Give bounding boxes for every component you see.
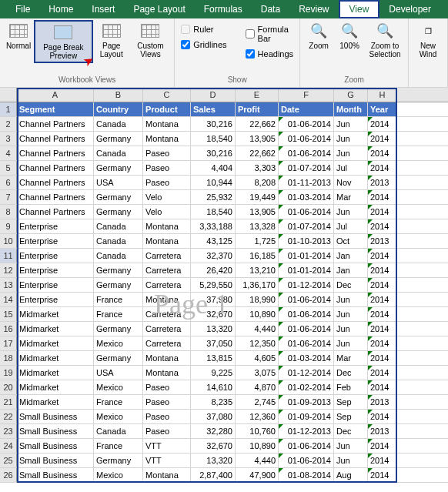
column-header[interactable]: G [334, 88, 368, 102]
tab-formulas[interactable]: Formulas [195, 2, 252, 17]
cell[interactable]: 25,932 [191, 190, 236, 204]
cell[interactable]: 14,610 [191, 380, 236, 394]
cell[interactable]: Jun [334, 293, 368, 306]
cell[interactable]: Carretera [143, 278, 191, 292]
cell[interactable]: 9,225 [191, 366, 236, 380]
cell[interactable]: Midmarket [17, 322, 94, 336]
cell[interactable]: 3,33,188 [191, 219, 236, 233]
page-layout-button[interactable]: Page Layout [93, 20, 130, 60]
cell[interactable]: 2014 [368, 336, 397, 350]
formula-bar-checkbox[interactable]: Formula Bar [242, 23, 296, 45]
row-header[interactable]: 17 [0, 336, 17, 350]
cell[interactable]: 2014 [368, 190, 397, 204]
cell[interactable]: 37,050 [191, 336, 236, 350]
cell[interactable]: 01-08-2014 [279, 468, 334, 482]
cell[interactable]: Mexico [94, 468, 143, 482]
tab-page-layout[interactable]: Page Layout [124, 2, 194, 17]
cell[interactable]: 4,440 [236, 322, 279, 336]
cell[interactable]: Germany [94, 454, 143, 467]
cell[interactable]: Dec [334, 424, 368, 438]
cell[interactable]: Jun [334, 454, 368, 467]
cell[interactable]: Year [368, 102, 397, 116]
cell[interactable]: Jan [334, 249, 368, 263]
tab-data[interactable]: Data [252, 2, 289, 17]
cell[interactable]: Enterprise [17, 219, 94, 233]
row-header[interactable]: 15 [0, 307, 17, 321]
cell[interactable]: 30,216 [191, 117, 236, 131]
cell[interactable]: Enterprise [17, 234, 94, 248]
cell[interactable]: France [94, 439, 143, 453]
cell[interactable]: 2014 [368, 322, 397, 336]
cell[interactable]: 37,080 [191, 410, 236, 423]
cell[interactable]: 2014 [368, 161, 397, 175]
cell[interactable]: Montana [143, 351, 191, 365]
cell[interactable]: Country [94, 102, 143, 116]
cell[interactable]: Channel Partners [17, 132, 94, 146]
cell[interactable]: Small Business [17, 468, 94, 482]
column-header[interactable]: H [368, 88, 397, 102]
cell[interactable]: Midmarket [17, 380, 94, 394]
cell[interactable]: Canada [94, 234, 143, 248]
column-header[interactable]: D [191, 88, 236, 102]
cell[interactable]: Germany [94, 263, 143, 277]
cell[interactable]: 13,320 [191, 454, 236, 467]
cell[interactable]: 10,890 [236, 307, 279, 321]
cell[interactable]: USA [94, 176, 143, 189]
cell[interactable]: Channel Partners [17, 190, 94, 204]
row-header[interactable]: 16 [0, 322, 17, 336]
cell[interactable]: Dec [334, 278, 368, 292]
cell[interactable]: 2014 [368, 117, 397, 131]
cell[interactable]: 2013 [368, 176, 397, 189]
cell[interactable]: 2014 [368, 468, 397, 482]
cell[interactable]: Montana [143, 468, 191, 482]
cell[interactable]: Paseo [143, 424, 191, 438]
cell[interactable]: Montana [143, 234, 191, 248]
cell[interactable]: 2014 [368, 380, 397, 394]
cell[interactable]: Paseo [143, 395, 191, 409]
cell[interactable]: 12,350 [236, 336, 279, 350]
cell[interactable]: Month [334, 102, 368, 116]
row-header[interactable]: 22 [0, 410, 17, 423]
cell[interactable]: Profit [236, 102, 279, 116]
cell[interactable]: Small Business [17, 439, 94, 453]
cell[interactable]: 01-07-2014 [279, 161, 334, 175]
tab-developer[interactable]: Developer [379, 2, 440, 17]
cell[interactable]: Jun [334, 336, 368, 350]
cell[interactable]: Channel Partners [17, 146, 94, 160]
row-header[interactable]: 2 [0, 117, 17, 131]
cell[interactable]: 5,29,550 [191, 278, 236, 292]
row-header[interactable]: 13 [0, 278, 17, 292]
cell[interactable]: 1,725 [236, 234, 279, 248]
cell[interactable]: 01-06-2014 [279, 132, 334, 146]
row-header[interactable]: 10 [0, 234, 17, 248]
zoom-to-selection-button[interactable]: 🔍 Zoom to Selection [365, 20, 405, 60]
cell[interactable]: Velo [143, 190, 191, 204]
row-header[interactable]: 20 [0, 380, 17, 394]
cell[interactable]: Paseo [143, 146, 191, 160]
cell[interactable]: 2014 [368, 278, 397, 292]
cell[interactable]: Jul [334, 219, 368, 233]
cell[interactable]: Jun [334, 322, 368, 336]
zoom-100-button[interactable]: 🔍 100% [334, 20, 365, 52]
cell[interactable]: Paseo [143, 410, 191, 423]
cell[interactable]: Date [279, 102, 334, 116]
cell[interactable]: 01-06-2014 [279, 205, 334, 219]
cell[interactable]: Jun [334, 307, 368, 321]
cell[interactable]: 3,303 [236, 161, 279, 175]
row-header[interactable]: 12 [0, 263, 17, 277]
cell[interactable]: 01-06-2014 [279, 146, 334, 160]
cell[interactable]: 01-03-2014 [279, 351, 334, 365]
tab-insert[interactable]: Insert [82, 2, 124, 17]
row-header[interactable]: 14 [0, 293, 17, 306]
cell[interactable]: Oct [334, 234, 368, 248]
cell[interactable]: 2014 [368, 249, 397, 263]
cell[interactable]: 8,235 [191, 395, 236, 409]
cell[interactable]: 01-10-2013 [279, 234, 334, 248]
cell[interactable]: Canada [94, 424, 143, 438]
cell[interactable]: 01-06-2014 [279, 322, 334, 336]
cell[interactable]: 2014 [368, 366, 397, 380]
cell[interactable]: 01-06-2014 [279, 439, 334, 453]
cell[interactable]: Midmarket [17, 307, 94, 321]
row-header[interactable]: 3 [0, 132, 17, 146]
cell[interactable]: Jun [334, 117, 368, 131]
